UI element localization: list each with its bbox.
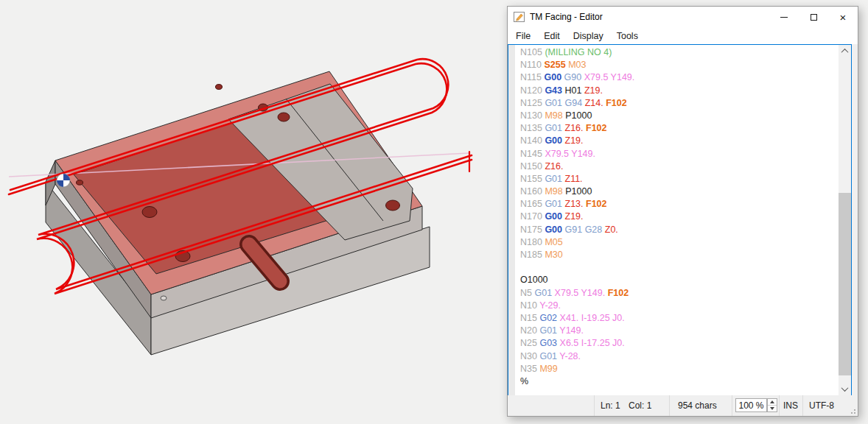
menu-edit[interactable]: Edit [537,29,567,43]
minimize-button[interactable] [769,7,799,27]
maximize-button[interactable] [799,7,828,27]
title-bar[interactable]: TM Facing - Editor × [508,7,858,27]
code-line[interactable]: N180 M05 [520,236,839,249]
statusbar-separator [802,395,803,416]
code-line[interactable]: N25 G03 X6.5 I-17.25 J0. [520,337,839,350]
selection-margin [508,45,515,395]
code-line[interactable]: N120 G43 H01 Z19. [520,85,839,97]
statusbar-separator [594,395,595,416]
status-column-number: Col: 1 [629,395,651,416]
statusbar-separator [732,395,732,416]
spin-down-icon [770,407,774,410]
scroll-up-button[interactable] [839,45,851,57]
chevron-down-icon [841,384,849,392]
menu-tools[interactable]: Tools [610,29,645,43]
zoom-decrease-button[interactable] [768,405,777,411]
close-button[interactable]: × [828,7,858,27]
zoom-level-field[interactable]: 100 % [735,398,767,412]
code-lines[interactable]: N105 (MILLING NO 4)N110 S255 M03N115 G00… [515,45,839,395]
menu-file[interactable]: File [509,29,537,43]
code-line[interactable]: N35 M99 [520,363,839,375]
code-line[interactable]: N145 X79.5 Y149. [520,148,839,160]
code-line[interactable]: N160 M98 P1000 [520,186,839,198]
code-line[interactable]: N15 G02 X41. I-19.25 J0. [520,312,839,325]
code-line[interactable]: N10 Y-29. [520,300,839,312]
code-line[interactable]: O1000 [520,274,839,286]
code-line[interactable]: N115 G00 G90 X79.5 Y149. [520,71,839,84]
code-line[interactable]: N185 M30 [520,249,839,261]
origin-marker [57,174,70,187]
code-line[interactable]: N165 G01 Z13. F102 [520,198,839,211]
maximize-icon [811,14,817,21]
code-line[interactable]: N175 G00 G91 G28 Z0. [520,224,839,236]
status-line-number: Ln: 1 [601,395,620,416]
code-line[interactable] [520,261,839,274]
code-line[interactable]: N110 S255 M03 [520,59,839,71]
scrollbar-thumb[interactable] [839,193,851,375]
code-line[interactable]: N5 G01 X79.5 Y149. F102 [520,287,839,300]
statusbar-separator [669,395,670,416]
scroll-down-button[interactable] [839,383,851,395]
status-char-count: 954 chars [678,395,717,416]
zoom-increase-button[interactable] [768,399,777,405]
viewport-3d[interactable] [0,0,507,424]
spin-up-icon [770,400,774,403]
code-line[interactable]: N30 G01 Y-28. [520,350,839,363]
minimize-icon [780,17,788,18]
code-line[interactable]: N130 M98 P1000 [520,110,839,122]
editor-window: TM Facing - Editor × File Edit Display T… [507,6,858,417]
resize-grip[interactable] [848,406,855,414]
window-title: TM Facing - Editor [530,12,603,22]
code-line[interactable]: N170 G00 Z19. [520,211,839,223]
code-line[interactable]: N105 (MILLING NO 4) [520,46,839,59]
menu-bar: File Edit Display Tools [508,27,858,44]
code-line[interactable]: N20 G01 Y149. [520,325,839,337]
zoom-spinner [767,398,777,412]
code-editor[interactable]: N105 (MILLING NO 4)N110 S255 M03N115 G00… [508,44,852,396]
code-line[interactable]: N150 Z16. [520,160,839,173]
code-line[interactable]: N125 G01 G94 Z14. F102 [520,97,839,110]
code-line[interactable]: N135 G01 Z16. F102 [520,122,839,135]
code-line[interactable]: % [520,375,839,388]
menu-display[interactable]: Display [567,29,610,43]
code-line[interactable]: N140 G00 Z19. [520,135,839,147]
app-root: TM Facing - Editor × File Edit Display T… [0,0,868,424]
editor-app-icon [514,11,525,23]
status-encoding: UTF-8 [809,395,834,416]
status-bar: Ln: 1 Col: 1 954 chars 100 % INS UTF-8 [508,395,858,416]
statusbar-separator [779,395,780,416]
code-line[interactable]: N155 G01 Z11. [520,173,839,186]
vertical-scrollbar[interactable] [839,45,851,395]
status-insert-mode: INS [783,395,798,416]
close-icon: × [840,12,847,23]
chevron-up-icon [841,49,849,56]
